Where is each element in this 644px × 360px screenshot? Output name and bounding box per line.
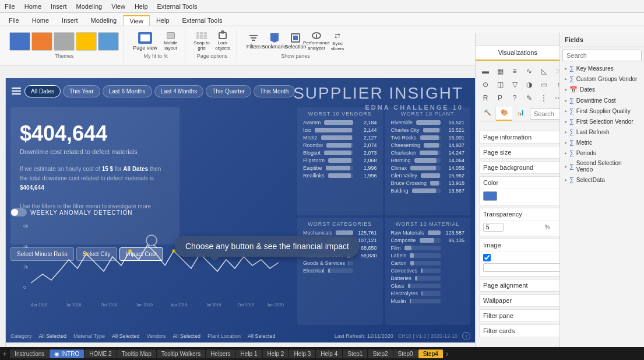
gridlines-icon[interactable]: Snap to grid bbox=[192, 32, 211, 51]
filter-this-month[interactable]: This Month bbox=[254, 85, 295, 97]
tab-help2[interactable]: Help 2 bbox=[263, 349, 289, 358]
ribbon-tab-insert[interactable]: Insert bbox=[55, 15, 85, 26]
image-checkbox[interactable] bbox=[483, 254, 491, 261]
tab-intro[interactable]: ◉ INTRO bbox=[50, 349, 84, 358]
tab-home2[interactable]: HOME 2 bbox=[85, 349, 116, 358]
field-group-custom-groups-header[interactable]: ▸ ∑ Custom Groups Vendor bbox=[562, 74, 642, 83]
viz-smart-narrative[interactable]: ✎ bbox=[523, 92, 536, 104]
scroll-tabs-right[interactable]: › bbox=[446, 349, 449, 358]
theme-swatch-5[interactable] bbox=[98, 32, 119, 51]
tab-help3[interactable]: Help 3 bbox=[289, 349, 315, 358]
tab-tooltip-walkers[interactable]: Tooltip Walkers bbox=[157, 349, 205, 358]
info-icon[interactable]: i bbox=[462, 332, 470, 340]
tab-instructions[interactable]: Instructions bbox=[10, 349, 49, 358]
page-view-icon[interactable]: Page view bbox=[131, 32, 159, 51]
bookmarks-icon[interactable]: Bookmarks bbox=[265, 32, 284, 51]
theme-swatch-3[interactable] bbox=[54, 32, 75, 51]
menu-insert[interactable]: Insert bbox=[51, 3, 67, 10]
sync-slicers-icon[interactable]: ⇄ Sync slicers bbox=[328, 32, 347, 51]
field-group-first-supplier-label: First Supplier Quality bbox=[576, 108, 631, 114]
ribbon-tab-help[interactable]: Help bbox=[150, 15, 176, 26]
tab-help4[interactable]: Help 4 bbox=[316, 349, 342, 358]
viz-card[interactable]: ▭ bbox=[537, 78, 550, 91]
field-group-periods-header[interactable]: ▸ ∑ Periods bbox=[562, 148, 642, 158]
tab-build[interactable]: 🔨 bbox=[479, 107, 496, 121]
field-group-second-selection-header[interactable]: ▸ ∑ Second Selection Vendo bbox=[562, 159, 642, 174]
field-group-last-refresh-header[interactable]: ▸ ∑ Last Refresh bbox=[562, 127, 642, 137]
viz-filled-map[interactable]: ◫ bbox=[494, 78, 506, 91]
transparency-input[interactable] bbox=[483, 223, 504, 232]
theme-swatch-1[interactable] bbox=[9, 32, 30, 51]
tab-help1[interactable]: Help 1 bbox=[236, 349, 262, 358]
worst-plant-table: WORST 10 PLANT Riverside16,521 Charles C… bbox=[385, 107, 471, 215]
filter-this-year[interactable]: This Year bbox=[63, 85, 100, 97]
viz-funnel[interactable]: ▽ bbox=[508, 78, 521, 91]
tab-visualizations[interactable]: Visualizations bbox=[476, 46, 560, 61]
report-status-bar: Category All Selected Material Type All … bbox=[10, 332, 470, 340]
performance-icon[interactable]: Performance analyzer bbox=[307, 32, 326, 51]
field-group-first-selection-header[interactable]: ▸ ∑ First Selection Vendor bbox=[562, 117, 642, 126]
lock-objects-icon[interactable]: Lock objects bbox=[213, 32, 232, 51]
ribbon-tab-modeling[interactable]: Modeling bbox=[85, 15, 124, 26]
fields-search-input[interactable] bbox=[562, 50, 642, 61]
tab-step1[interactable]: Step1 bbox=[343, 349, 367, 358]
viz-bar-chart[interactable]: ▬ bbox=[479, 65, 492, 78]
weekly-toggle-switch[interactable] bbox=[10, 208, 27, 216]
field-group-metric-header[interactable]: ▸ ∑ Metric bbox=[562, 138, 642, 147]
field-group-dates-header[interactable]: ▸ 📅 Dates bbox=[562, 85, 642, 95]
menu-view[interactable]: View bbox=[111, 3, 125, 10]
add-page-btn[interactable]: + bbox=[2, 349, 7, 358]
field-group-key-measures-header[interactable]: ▸ ∑ Key Measures bbox=[562, 64, 642, 73]
svg-text:Apr 2018: Apr 2018 bbox=[31, 303, 48, 307]
hamburger-menu[interactable] bbox=[10, 85, 22, 97]
ribbon-tab-file[interactable]: File bbox=[2, 15, 26, 26]
ribbon-tab-external[interactable]: External Tools bbox=[176, 15, 229, 26]
weekly-chart-svg: 6k 4k 2k 0 Apr 2018 Jul 2018 Oct 2018 Ja… bbox=[10, 219, 290, 312]
field-group-key-measures-label: Key Measures bbox=[576, 65, 614, 72]
format-group-page-info-label: Page information bbox=[483, 134, 532, 141]
field-group-downtime-cost-header[interactable]: ▸ ∑ Downtime Cost bbox=[562, 96, 642, 105]
viz-qna[interactable]: ? bbox=[508, 92, 521, 104]
table-row: Electrolytes bbox=[389, 290, 467, 297]
viz-stacked-bar[interactable]: ▦ bbox=[494, 65, 506, 78]
theme-swatch-4[interactable] bbox=[76, 32, 97, 51]
table-row: Bruce Crossing13,918 bbox=[389, 180, 467, 187]
table-row: Composite86,135 bbox=[389, 237, 467, 244]
viz-area-chart[interactable]: ◺ bbox=[537, 65, 550, 78]
tab-analytics[interactable]: 📊 bbox=[512, 107, 529, 121]
svg-text:0: 0 bbox=[23, 285, 26, 290]
menu-help[interactable]: Help bbox=[135, 3, 148, 10]
filter-all-dates[interactable]: All Dates bbox=[24, 85, 61, 97]
viz-decomp-tree[interactable]: ⋮ bbox=[537, 92, 550, 104]
page-option-icons: Snap to grid Lock objects bbox=[192, 32, 232, 51]
field-group-first-supplier-header[interactable]: ▸ ∑ First Supplier Quality bbox=[562, 106, 642, 116]
mobile-layout-icon[interactable]: Mobile layout bbox=[161, 32, 180, 51]
viz-map[interactable]: ⊙ bbox=[479, 78, 492, 91]
filter-this-quarter[interactable]: This Quarter bbox=[206, 85, 251, 97]
ribbon-tab-home[interactable]: Home bbox=[26, 15, 55, 26]
field-group-select-data-header[interactable]: ▸ ∑ SelectData bbox=[562, 175, 642, 184]
menu-file[interactable]: File bbox=[5, 3, 15, 10]
tab-helpers[interactable]: Helpers bbox=[206, 349, 235, 358]
viz-python[interactable]: P bbox=[494, 92, 506, 104]
table-row: Eaqitibe1,996 bbox=[301, 165, 379, 172]
selection-icon[interactable]: Selection bbox=[286, 32, 305, 51]
tab-step2[interactable]: Step2 bbox=[368, 349, 392, 358]
tab-step0[interactable]: Step0 bbox=[393, 349, 418, 358]
viz-gauge[interactable]: ◑ bbox=[523, 78, 536, 91]
tab-format[interactable]: 🎨 bbox=[496, 107, 512, 121]
tab-tooltip-map[interactable]: Tooltip Map bbox=[117, 349, 156, 358]
filter-last-6-months[interactable]: Last 6 Months bbox=[103, 85, 152, 97]
filters-icon[interactable]: Filters bbox=[244, 32, 263, 51]
menu-home[interactable]: Home bbox=[24, 3, 41, 10]
menu-modeling[interactable]: Modeling bbox=[76, 3, 103, 10]
theme-swatch-2[interactable] bbox=[31, 32, 52, 51]
viz-line-chart[interactable]: ∿ bbox=[523, 65, 536, 78]
viz-clustered-bar[interactable]: ≡ bbox=[508, 65, 521, 78]
ribbon-tab-view[interactable]: View bbox=[123, 15, 150, 26]
tab-step4[interactable]: Step4 bbox=[418, 349, 443, 358]
viz-r-visual[interactable]: R bbox=[479, 92, 492, 104]
color-swatch[interactable] bbox=[483, 191, 497, 201]
filter-last-4-months[interactable]: Last 4 Months bbox=[154, 85, 204, 97]
menu-external-tools[interactable]: External Tools bbox=[157, 3, 198, 10]
